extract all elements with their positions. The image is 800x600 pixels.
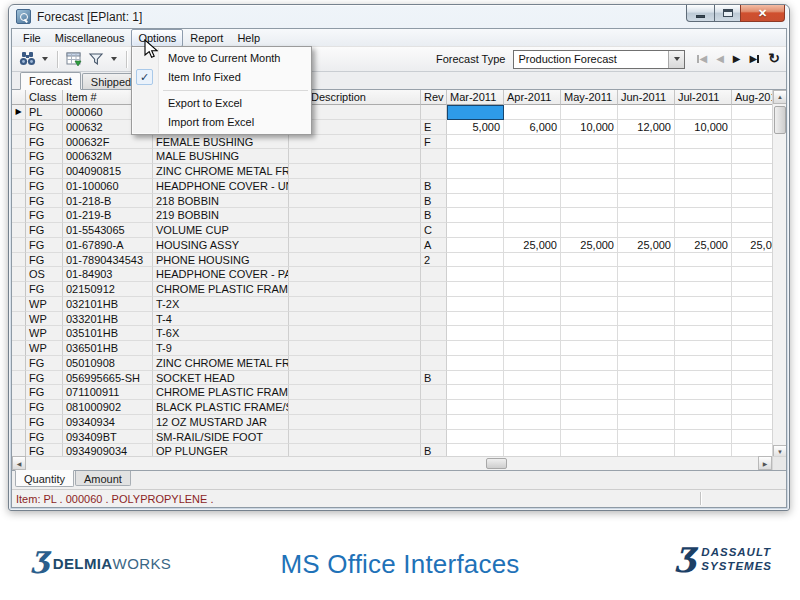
- grid-cell[interactable]: [618, 341, 675, 356]
- grid-cell[interactable]: 05010908: [63, 356, 153, 371]
- grid-cell[interactable]: [421, 282, 447, 297]
- grid-cell[interactable]: [561, 282, 618, 297]
- grid-cell[interactable]: 6,000: [504, 120, 561, 135]
- grid-cell[interactable]: HEADPHONE COVER - PAIN...: [153, 267, 289, 282]
- grid-cell[interactable]: B: [421, 194, 447, 209]
- grid-cell[interactable]: [289, 326, 421, 341]
- grid-cell[interactable]: [289, 430, 421, 445]
- bottom-tab-quantity[interactable]: Quantity: [15, 470, 74, 487]
- grid-cell[interactable]: FG: [26, 356, 63, 371]
- grid-cell[interactable]: FG: [26, 253, 63, 268]
- grid-cell[interactable]: [289, 194, 421, 209]
- grid-cell[interactable]: [675, 267, 732, 282]
- grid-cell[interactable]: [289, 297, 421, 312]
- menu-item-move-to-current-month[interactable]: Move to Current Month: [132, 49, 311, 68]
- grid-cell[interactable]: SM-RAIL/SIDE FOOT: [153, 430, 289, 445]
- grid-cell[interactable]: [447, 164, 504, 179]
- grid-cell[interactable]: [618, 223, 675, 238]
- grid-cell[interactable]: ZINC CHROME METAL FRA...: [153, 164, 289, 179]
- grid-cell[interactable]: HOUSING ASSY: [153, 238, 289, 253]
- grid-cell[interactable]: 01-84903: [63, 267, 153, 282]
- grid-cell[interactable]: [618, 164, 675, 179]
- scroll-up-button[interactable]: ▲: [773, 90, 786, 104]
- grid-cell[interactable]: [447, 326, 504, 341]
- grid-cell[interactable]: [447, 105, 504, 120]
- grid-cell[interactable]: 5,000: [447, 120, 504, 135]
- grid-cell[interactable]: CHROME PLASTIC FRAME/...: [153, 385, 289, 400]
- grid-cell[interactable]: 032101HB: [63, 297, 153, 312]
- grid-cell[interactable]: [447, 297, 504, 312]
- grid-cell[interactable]: [561, 105, 618, 120]
- grid-cell[interactable]: [561, 194, 618, 209]
- grid-cell[interactable]: [561, 371, 618, 386]
- grid-cell[interactable]: [504, 149, 561, 164]
- grid-cell[interactable]: SOCKET HEAD: [153, 371, 289, 386]
- grid-cell[interactable]: [447, 371, 504, 386]
- grid-cell[interactable]: 218 BOBBIN: [153, 194, 289, 209]
- grid-cell[interactable]: [561, 326, 618, 341]
- grid-cell[interactable]: [561, 208, 618, 223]
- grid-cell[interactable]: [618, 385, 675, 400]
- grid-cell[interactable]: 01-218-B: [63, 194, 153, 209]
- grid-cell[interactable]: [289, 164, 421, 179]
- grid-cell[interactable]: [289, 282, 421, 297]
- grid-cell[interactable]: 000632M: [63, 149, 153, 164]
- grid-cell[interactable]: 2: [421, 253, 447, 268]
- column-header[interactable]: Class: [26, 90, 63, 105]
- grid-cell[interactable]: FG: [26, 208, 63, 223]
- grid-cell[interactable]: WP: [26, 326, 63, 341]
- column-header[interactable]: May-2011: [561, 90, 618, 105]
- grid-cell[interactable]: FG: [26, 135, 63, 150]
- grid-cell[interactable]: 004090815: [63, 164, 153, 179]
- grid-cell[interactable]: [447, 341, 504, 356]
- first-record-button[interactable]: ◀: [697, 54, 707, 64]
- grid-cell[interactable]: [561, 149, 618, 164]
- grid-cell[interactable]: 056995665-SH: [63, 371, 153, 386]
- grid-cell[interactable]: [504, 400, 561, 415]
- vertical-scrollbar[interactable]: ▲ ▼: [772, 90, 786, 459]
- grid-cell[interactable]: WP: [26, 341, 63, 356]
- grid-cell[interactable]: [504, 194, 561, 209]
- grid-cell[interactable]: [504, 371, 561, 386]
- grid-cell[interactable]: [675, 356, 732, 371]
- grid-cell[interactable]: FG: [26, 385, 63, 400]
- grid-cell[interactable]: [561, 385, 618, 400]
- grid-cell[interactable]: [675, 400, 732, 415]
- grid-cell[interactable]: T-6X: [153, 326, 289, 341]
- grid-cell[interactable]: [675, 341, 732, 356]
- column-header[interactable]: Jun-2011: [618, 90, 675, 105]
- grid-cell[interactable]: [675, 415, 732, 430]
- forecast-type-select[interactable]: Production Forecast: [513, 50, 685, 69]
- grid-cell[interactable]: [421, 326, 447, 341]
- grid-cell[interactable]: 093409BT: [63, 430, 153, 445]
- menubar-item-help[interactable]: Help: [230, 29, 267, 47]
- grid-cell[interactable]: [289, 238, 421, 253]
- grid-cell[interactable]: [504, 223, 561, 238]
- scroll-left-button[interactable]: ◀: [12, 456, 26, 470]
- grid-cell[interactable]: 12,000: [618, 120, 675, 135]
- grid-cell[interactable]: [675, 312, 732, 327]
- menubar-item-miscellaneous[interactable]: Miscellaneous: [48, 29, 132, 47]
- menubar-item-file[interactable]: File: [16, 29, 48, 47]
- grid-cell[interactable]: [675, 135, 732, 150]
- grid-cell[interactable]: [289, 356, 421, 371]
- grid-cell[interactable]: [504, 282, 561, 297]
- grid-cell[interactable]: ZINC CHROME METAL FRA...: [153, 356, 289, 371]
- grid-cell[interactable]: A: [421, 238, 447, 253]
- grid-cell[interactable]: F: [421, 135, 447, 150]
- grid-cell[interactable]: C: [421, 223, 447, 238]
- grid-cell[interactable]: [618, 135, 675, 150]
- vertical-scroll-thumb[interactable]: [774, 106, 786, 134]
- grid-cell[interactable]: [675, 194, 732, 209]
- grid-cell[interactable]: [561, 253, 618, 268]
- grid-cell[interactable]: [421, 149, 447, 164]
- grid-cell[interactable]: [618, 297, 675, 312]
- grid-cell[interactable]: [289, 208, 421, 223]
- grid-cell[interactable]: [447, 430, 504, 445]
- grid-cell[interactable]: [289, 179, 421, 194]
- grid-cell[interactable]: [289, 149, 421, 164]
- grid-cell[interactable]: [618, 267, 675, 282]
- grid-cell[interactable]: CHROME PLASTIC FRAME/...: [153, 282, 289, 297]
- grid-cell[interactable]: 01-67890-A: [63, 238, 153, 253]
- grid-cell[interactable]: FG: [26, 415, 63, 430]
